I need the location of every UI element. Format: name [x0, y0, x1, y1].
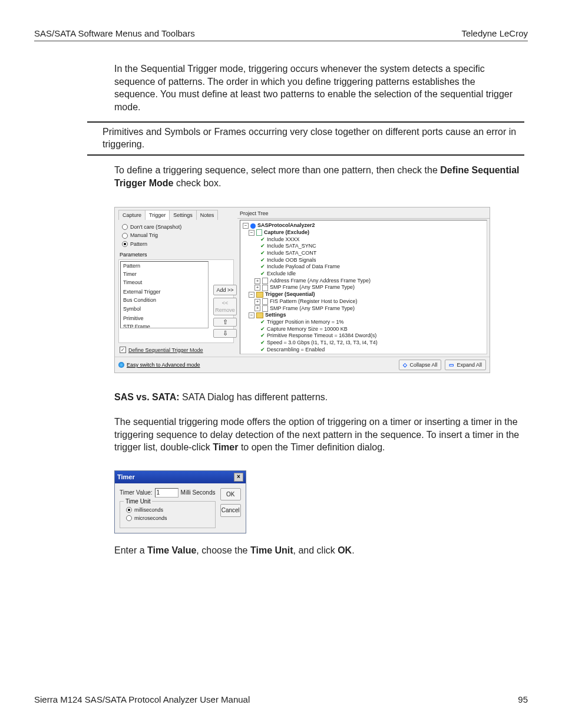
project-tree-panel: Project Tree −SASProtocolAnalyzer2 −Capt…	[237, 207, 490, 357]
advanced-mode-link[interactable]: Easy switch to Advanced mode	[118, 361, 200, 368]
add-button[interactable]: Add >>	[213, 285, 237, 295]
radio-icon	[122, 224, 128, 230]
radio-microseconds[interactable]: microseconds	[126, 515, 211, 522]
note-box: Primitives and Symbols or Frames occurri…	[87, 121, 524, 156]
page-footer: Sierra M124 SAS/SATA Protocol Analyzer U…	[34, 694, 528, 704]
tab-capture[interactable]: Capture	[118, 210, 146, 220]
tab-settings[interactable]: Settings	[169, 210, 197, 220]
check-icon: ✔	[260, 319, 265, 326]
move-down-button[interactable]: ⇩	[213, 329, 237, 338]
move-up-button[interactable]: ⇧	[213, 318, 237, 327]
analyzer-icon	[250, 223, 256, 229]
folder-icon	[256, 312, 263, 318]
radio-dontcare[interactable]: Don't care (Snapshot)	[122, 223, 234, 230]
globe-icon	[118, 362, 124, 368]
timer-value-input[interactable]: 1	[155, 488, 178, 498]
cancel-button[interactable]: Cancel	[220, 504, 242, 517]
remove-button[interactable]: << Remove	[213, 298, 237, 315]
para-sas-vs-sata: SAS vs. SATA: SATA Dialog has different …	[114, 391, 521, 404]
tab-strip: Capture Trigger Settings Notes	[118, 210, 234, 220]
project-tree[interactable]: −SASProtocolAnalyzer2 −Capture (Exclude)…	[240, 220, 487, 354]
timer-value-unit: Milli Seconds	[181, 489, 216, 497]
parameters-listbox[interactable]: Pattern Timer Timeout External Trigger B…	[120, 261, 209, 328]
check-icon: ✔	[260, 250, 265, 257]
note-text: Primitives and Symbols or Frames occurri…	[103, 126, 524, 151]
collapse-all-button[interactable]: ◇Collapse All	[399, 360, 441, 370]
check-icon: ✔	[260, 326, 265, 333]
check-icon: ✔	[260, 257, 265, 264]
radio-milliseconds[interactable]: milliseconds	[126, 506, 211, 513]
page-icon	[262, 278, 268, 284]
check-icon: ✔	[260, 243, 265, 250]
expand-all-button[interactable]: ▭Expand All	[445, 360, 486, 370]
tab-trigger[interactable]: Trigger	[145, 210, 170, 220]
radio-icon	[122, 233, 128, 239]
timer-dialog: Timer × Timer Value: 1 Milli Seconds Tim…	[114, 470, 246, 533]
folder-icon	[256, 292, 263, 298]
para-define: To define a triggering sequence, select …	[114, 164, 521, 189]
para-timer-intro: The sequential triggering mode offers th…	[114, 416, 521, 454]
radio-manual[interactable]: Manual Trig	[122, 232, 234, 239]
check-icon: ✔	[260, 353, 265, 354]
radio-icon	[126, 515, 132, 521]
check-icon: ✔	[260, 271, 265, 278]
capture-icon	[256, 229, 262, 236]
radio-pattern[interactable]: Pattern	[122, 241, 234, 248]
check-icon: ✔	[260, 236, 265, 243]
radio-icon	[126, 507, 132, 513]
page-icon	[262, 298, 268, 305]
timer-dialog-title: Timer	[117, 473, 135, 482]
trigger-config-window: Capture Trigger Settings Notes Don't car…	[114, 207, 490, 373]
check-icon: ✔	[260, 332, 265, 340]
timer-value-label: Timer Value:	[120, 489, 153, 497]
header-right: Teledyne LeCroy	[461, 28, 528, 38]
check-icon: ✔	[260, 263, 265, 271]
para-enter-value: Enter a Time Value, choose the Time Unit…	[114, 544, 521, 557]
tab-notes[interactable]: Notes	[196, 210, 219, 220]
time-unit-group: Time Unit milliseconds microseconds	[120, 501, 216, 528]
parameters-label: Parameters	[120, 251, 234, 258]
page-icon	[262, 285, 268, 291]
checkbox-icon	[120, 347, 126, 353]
ok-button[interactable]: OK	[220, 488, 242, 501]
para-intro: In the Sequential Trigger mode, triggeri…	[114, 62, 521, 113]
close-button[interactable]: ×	[234, 473, 243, 482]
project-tree-title: Project Tree	[237, 209, 490, 219]
header-left: SAS/SATA Software Menus and Toolbars	[34, 28, 195, 38]
page-icon	[262, 305, 268, 312]
trigger-left-panel: Capture Trigger Settings Notes Don't car…	[115, 207, 237, 357]
define-sequential-checkbox[interactable]: Define Sequential Trigger Mode	[120, 347, 234, 354]
page-header: SAS/SATA Software Menus and Toolbars Tel…	[34, 28, 528, 41]
check-icon: ✔	[260, 347, 265, 354]
footer-left: Sierra M124 SAS/SATA Protocol Analyzer U…	[34, 694, 250, 704]
radio-icon	[122, 241, 128, 247]
check-icon: ✔	[260, 340, 265, 347]
footer-page-number: 95	[518, 694, 528, 704]
